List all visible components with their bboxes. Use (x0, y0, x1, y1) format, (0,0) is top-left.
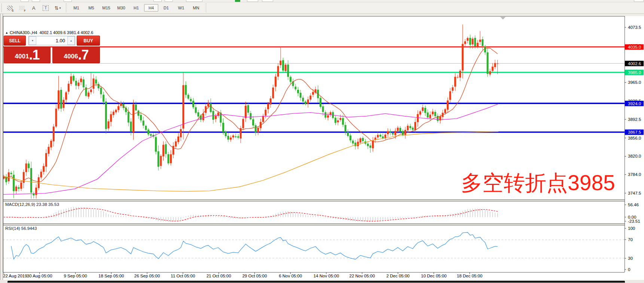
price-badge-label: 4035.0 (628, 45, 641, 49)
symbol-header[interactable]: ▲CHINA300-,H4 4002.1 4009.6 3981.4 4002.… (5, 30, 93, 35)
sliver-icon (247, 0, 258, 2)
tf-button-H4[interactable]: H4 (144, 4, 158, 12)
price-badge-label: 3924.0 (628, 101, 641, 106)
macd-axis-label: 56.46 (628, 203, 639, 207)
sliver-icon (32, 0, 40, 2)
toolbar-separator (66, 3, 67, 12)
sliver-icon (186, 0, 202, 2)
time-tick-label: 9 Sep 05:00 (64, 274, 87, 278)
macd-axis-label: -23.51 (628, 219, 640, 223)
chevron-down-icon: ▾ (59, 6, 61, 10)
time-tick-label: 26 Sep 05:00 (134, 274, 160, 278)
time-tick-label: 18 Sep 05:00 (98, 274, 124, 278)
price-tick-label: 3820.0 (628, 154, 641, 158)
tf-button-M15[interactable]: M15 (99, 4, 113, 12)
time-tick-label: 18 Dec 05:00 (457, 274, 482, 278)
chart-annotation-text: 多空转折点3985 (461, 171, 615, 194)
sell-button[interactable]: SELL (4, 36, 26, 46)
sliver-icon (21, 0, 29, 2)
rsi-panel-label: RSI(14) 56.9443 (5, 226, 37, 231)
time-tick-label: 11 Oct 05:00 (171, 274, 195, 278)
main-toolbar: E F A T ⇅ ▾ M1M5M15M30H1H4D1W1MN (0, 2, 644, 14)
sell-price-main: 4001 (15, 52, 29, 61)
time-tick-label: 22 Nov 05:00 (349, 274, 375, 278)
price-badge-label: 3867.5 (628, 130, 641, 134)
tf-button-MN[interactable]: MN (189, 4, 203, 12)
price-tick-label: 3784.0 (628, 172, 641, 177)
buy-price-pip: .7 (78, 49, 88, 61)
sliver-icon (165, 0, 173, 2)
time-tick-label: 10 Dec 05:00 (421, 274, 446, 278)
sliver-icon (153, 0, 162, 2)
time-tick-label: 14 Nov 05:00 (314, 274, 339, 278)
price-badge-label: 3985.0 (628, 70, 641, 75)
trade-prices-row: 4001.1 4006.7 (4, 46, 100, 63)
toolbar-drag-handle[interactable] (1, 4, 2, 12)
volume-value[interactable]: 1.00 (36, 36, 67, 45)
price-tick-label: 3856.0 (628, 136, 641, 140)
bottom-strip (0, 280, 644, 283)
time-tick-label: 2 Dec 05:00 (386, 274, 409, 278)
text-label-icon[interactable]: A (29, 3, 39, 12)
time-tick-label: 30 Aug 05:00 (27, 274, 52, 278)
rsi-axis-label: 100 (628, 226, 635, 231)
text-box-icon[interactable]: T (41, 3, 51, 12)
volume-down-button[interactable]: ▼ (29, 36, 36, 45)
sell-price-pip: .1 (29, 49, 39, 61)
taskbar-edge (7, 281, 625, 283)
time-tick-label: 22 Aug 2019 (3, 274, 27, 278)
indicator-grid-icon[interactable]: F (17, 3, 27, 12)
price-tick-label: 3747.5 (628, 191, 641, 195)
sliver-green-icon (235, 0, 240, 2)
trade-buttons-row: SELL ▼ 1.00 ▲ BUY (4, 36, 100, 46)
time-tick-label: 29 Oct 05:00 (242, 274, 267, 278)
chart-window: 4073.54037.54001.53965.03928.53892.53856… (0, 14, 644, 280)
rsi-axis-label: 0 (628, 267, 630, 272)
letter-a-glyph: A (32, 5, 36, 11)
price-badge-label: 4002.6 (628, 61, 641, 66)
sell-price-box[interactable]: 4001.1 (4, 46, 51, 63)
price-tick-label: 3965.0 (628, 80, 641, 85)
collapse-arrow-icon[interactable]: ▲ (5, 31, 8, 34)
tf-button-D1[interactable]: D1 (159, 4, 173, 12)
buy-price-box[interactable]: 4006.7 (52, 46, 100, 63)
time-tick-label: 21 Oct 05:00 (207, 274, 231, 278)
macd-panel-label: MACD(12,26,9) 23.38 35.53 (5, 202, 59, 207)
rsi-axis-label: 70 (628, 237, 633, 242)
sliver-icon (262, 0, 273, 2)
screen: E F A T ⇅ ▾ M1M5M15M30H1H4D1W1MN 4073.54… (0, 0, 644, 283)
dots-glyph (19, 6, 24, 10)
volume-stepper: ▼ 1.00 ▲ (28, 36, 75, 45)
buy-button[interactable]: BUY (77, 36, 100, 46)
sliver-icon (64, 0, 72, 2)
symbol-name: CHINA300-,H4 (10, 30, 37, 35)
toolbar-separator (206, 3, 207, 12)
arrows-glyph: ⇅ (55, 5, 59, 11)
price-tick-label: 4073.5 (628, 25, 641, 30)
sliver-icon (634, 0, 644, 2)
volume-up-button[interactable]: ▲ (67, 36, 75, 45)
draw-expert-icon[interactable]: E (5, 3, 15, 12)
buy-price-main: 4006 (64, 52, 78, 61)
time-tick-label: 6 Nov 05:00 (279, 274, 302, 278)
timeframe-group: M1M5M15M30H1H4D1W1MN (69, 4, 204, 12)
rsi-axis-label: 30 (628, 256, 633, 261)
arrange-order-icon[interactable]: ⇅ ▾ (53, 3, 62, 12)
icon-subscript: E (12, 9, 14, 12)
tf-button-M5[interactable]: M5 (84, 4, 98, 12)
tf-button-M30[interactable]: M30 (114, 4, 128, 12)
tf-button-W1[interactable]: W1 (174, 4, 188, 12)
icon-subscript: F (24, 9, 26, 12)
price-tick-label: 3892.5 (628, 117, 641, 122)
symbol-ohlc: 4002.1 4009.6 3981.4 4002.6 (39, 30, 93, 35)
tf-button-H1[interactable]: H1 (129, 4, 143, 12)
letter-t-glyph: T (43, 5, 49, 11)
tf-button-M1[interactable]: M1 (69, 4, 83, 12)
